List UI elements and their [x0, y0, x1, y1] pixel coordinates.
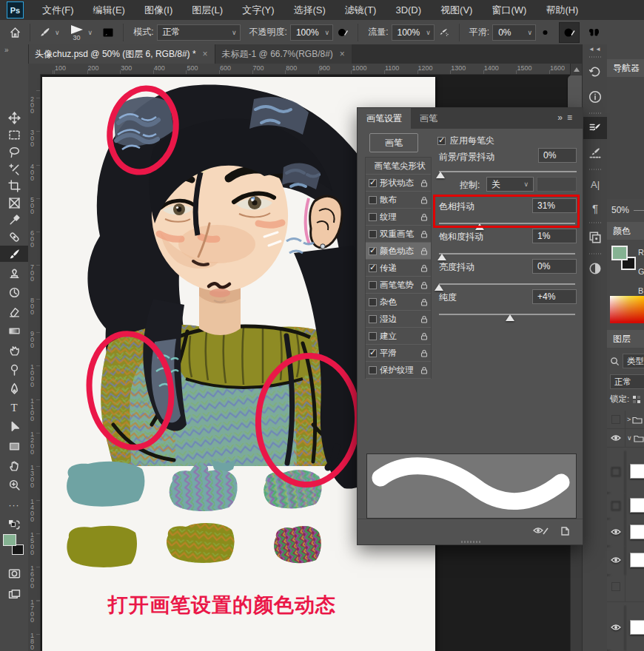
slider-value[interactable]: 1% [532, 229, 577, 243]
tab-brushes[interactable]: 画笔 [411, 108, 446, 129]
history-panel-icon[interactable] [583, 61, 608, 83]
lock-icon[interactable] [420, 298, 428, 306]
layer-thumbnail[interactable] [630, 620, 644, 635]
lock-icon[interactable] [420, 213, 428, 221]
lock-icon[interactable] [420, 281, 428, 289]
adjustments-panel-icon[interactable] [583, 257, 608, 280]
layer-visibility-toggle[interactable] [607, 429, 625, 447]
layer-row[interactable] [607, 572, 644, 602]
brush-option-row[interactable]: 画笔笔势 [366, 277, 431, 294]
layer-filter-type[interactable]: 类型 [623, 354, 644, 368]
home-icon[interactable] [6, 23, 24, 42]
layer-row[interactable] [607, 519, 611, 546]
lock-transparency-icon[interactable] [632, 395, 641, 404]
screen-mode-icon[interactable] [2, 586, 26, 602]
path-selection-tool[interactable] [2, 419, 26, 435]
layer-row[interactable]: ∨ [607, 429, 644, 448]
layer-visibility-toggle[interactable] [607, 493, 625, 518]
apply-per-tip-row[interactable]: 应用每笔尖 [437, 135, 494, 147]
menu-item[interactable]: 文字(Y) [232, 0, 284, 20]
lock-icon[interactable] [420, 196, 428, 204]
control-dropdown[interactable]: 关 ∨ [486, 177, 534, 192]
brush-option-row[interactable]: 散布 [366, 192, 431, 209]
apply-per-tip-checkbox[interactable] [437, 137, 446, 145]
hand-tool[interactable] [2, 457, 26, 473]
paragraph-panel-icon[interactable]: ¶ [583, 197, 608, 219]
menu-item[interactable]: 图像(I) [135, 0, 182, 20]
layer-thumbnail[interactable] [630, 553, 644, 567]
quick-mask-icon[interactable] [2, 565, 26, 581]
layer-thumbnail[interactable] [630, 498, 644, 513]
group-expander[interactable]: ∨ [627, 434, 632, 442]
foreground-color-swatch[interactable] [3, 534, 16, 546]
tab-color[interactable]: 颜色 [607, 222, 644, 240]
lock-icon[interactable] [420, 332, 428, 340]
option-checkbox[interactable] [369, 349, 377, 357]
menu-item[interactable]: 图层(L) [182, 0, 232, 20]
brush-option-row[interactable]: 双重画笔 [366, 226, 431, 243]
menu-item[interactable]: 滤镜(T) [335, 0, 386, 20]
brush-option-row[interactable]: 纹理 [366, 209, 431, 226]
tab-navigator[interactable]: 导航器 [607, 59, 644, 77]
character-panel-icon[interactable]: A| [583, 173, 608, 195]
layer-visibility-toggle[interactable] [607, 572, 625, 601]
tab-brush-settings[interactable]: 画笔设置 [358, 108, 411, 129]
airbrush-icon[interactable] [435, 23, 454, 42]
frame-tool[interactable] [2, 195, 26, 211]
brushes-panel-icon[interactable] [583, 142, 608, 164]
panel-menu-icon[interactable]: ≡ [567, 112, 577, 123]
move-tool[interactable] [2, 109, 26, 126]
layer-row[interactable] [607, 605, 611, 650]
document-tab-inactive[interactable]: 未标题-1 @ 66.7%(RGB/8#) × [215, 44, 352, 64]
layer-visibility-toggle[interactable] [607, 519, 625, 545]
foreground-color-swatch[interactable] [611, 246, 628, 260]
slider-value[interactable]: 0% [532, 259, 577, 274]
option-checkbox[interactable] [369, 366, 377, 374]
menu-item[interactable]: 视图(V) [431, 0, 482, 20]
lock-icon[interactable] [420, 349, 428, 357]
gradient-tool[interactable] [2, 323, 26, 339]
blend-mode-select[interactable]: 正常 ∨ [157, 24, 241, 41]
panel-resize-grip[interactable] [461, 541, 480, 543]
layer-visibility-toggle[interactable] [607, 411, 625, 428]
clone-stamp-tool[interactable] [2, 265, 26, 281]
smoothing-select[interactable]: 0% ∨ [492, 24, 536, 41]
brush-settings-panel-icon[interactable] [583, 117, 608, 139]
slider-thumb[interactable] [436, 172, 445, 178]
toggle-brush-settings-icon[interactable] [98, 23, 118, 42]
option-checkbox[interactable] [369, 196, 377, 204]
marquee-tool[interactable] [2, 127, 26, 143]
layer-row[interactable] [607, 546, 611, 575]
glyphs-panel-icon[interactable] [583, 226, 608, 249]
slider-thumb[interactable] [506, 314, 514, 321]
history-brush-tool[interactable] [2, 284, 26, 300]
brush-option-row[interactable]: 杂色 [366, 294, 431, 311]
slider-value[interactable]: +4% [532, 289, 577, 304]
scroll-up-icon[interactable] [574, 67, 580, 72]
lock-icon[interactable] [420, 264, 428, 272]
fg-bg-jitter-value[interactable]: 0% [538, 148, 577, 163]
layer-thumbnail[interactable] [630, 464, 644, 479]
brushes-button[interactable]: 画笔 [369, 133, 418, 152]
menu-item[interactable]: 编辑(E) [84, 0, 135, 20]
option-checkbox[interactable] [369, 298, 377, 306]
menu-item[interactable]: 3D(D) [386, 0, 431, 20]
tab-layers[interactable]: 图层 [607, 330, 644, 348]
opacity-select[interactable]: 100% ∨ [290, 24, 333, 41]
type-tool[interactable]: T [2, 399, 26, 416]
option-checkbox[interactable] [369, 247, 377, 255]
panel-more-icon[interactable]: » [557, 112, 567, 123]
chevron-down-icon[interactable]: ∨ [88, 29, 93, 36]
option-checkbox[interactable] [369, 213, 377, 221]
option-checkbox[interactable] [369, 179, 377, 187]
group-expander[interactable]: > [627, 416, 631, 423]
option-checkbox[interactable] [369, 281, 377, 289]
brush-option-row[interactable]: 颜色动态 [366, 243, 431, 260]
brush-option-row[interactable]: 湿边 [366, 311, 431, 328]
tab-close-icon[interactable]: × [340, 49, 345, 59]
option-checkbox[interactable] [369, 315, 377, 323]
symmetry-butterfly-icon[interactable] [584, 23, 604, 42]
menu-item[interactable]: 选择(S) [284, 0, 335, 20]
option-checkbox[interactable] [369, 230, 377, 238]
brush-option-row[interactable]: 形状动态 [366, 175, 431, 192]
